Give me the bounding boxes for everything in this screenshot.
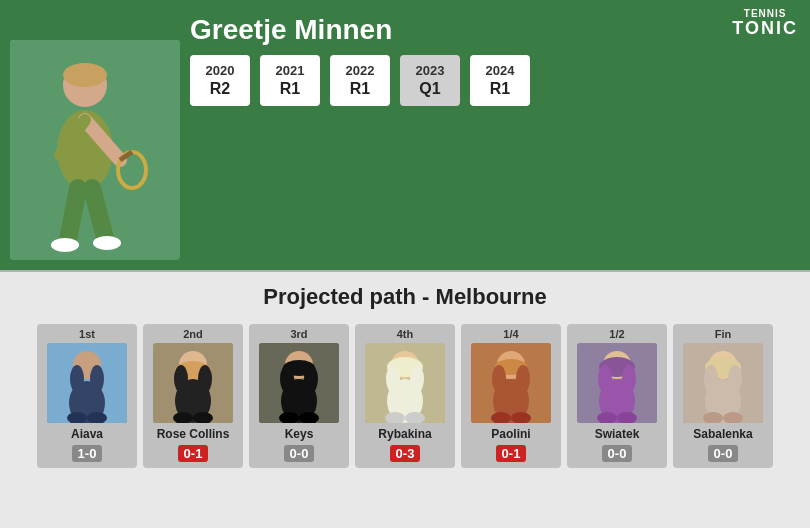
year-box-2024: 2024 R1 bbox=[470, 55, 530, 106]
card-round: 3rd bbox=[253, 328, 345, 340]
card-score: 0-1 bbox=[178, 445, 209, 462]
card-round: 1/2 bbox=[571, 328, 663, 340]
card-photo bbox=[577, 343, 657, 423]
card-photo bbox=[259, 343, 339, 423]
card-player-name: Swiatek bbox=[571, 427, 663, 441]
year-box-2023: 2023 Q1 bbox=[400, 55, 460, 106]
svg-line-10 bbox=[92, 188, 105, 238]
svg-point-56 bbox=[598, 365, 612, 393]
year-box-2022: 2022 R1 bbox=[330, 55, 390, 106]
card-score: 1-0 bbox=[72, 445, 103, 462]
year-label: 2024 bbox=[484, 63, 516, 78]
year-box-2020: 2020 R2 bbox=[190, 55, 250, 106]
svg-point-65 bbox=[728, 365, 742, 393]
svg-point-48 bbox=[492, 365, 506, 393]
player-photo bbox=[10, 40, 180, 260]
year-label: 2020 bbox=[204, 63, 236, 78]
card-score: 0-3 bbox=[390, 445, 421, 462]
player-card-aiava[interactable]: 1st Aiava 1-0 bbox=[37, 324, 137, 468]
year-boxes: 2020 R2 2021 R1 2022 R1 2023 Q1 2024 R1 bbox=[190, 55, 530, 106]
svg-point-12 bbox=[93, 236, 121, 250]
year-label: 2023 bbox=[414, 63, 446, 78]
card-round: 2nd bbox=[147, 328, 239, 340]
svg-point-64 bbox=[704, 365, 718, 393]
svg-line-9 bbox=[68, 188, 78, 240]
card-photo bbox=[683, 343, 763, 423]
year-box-2021: 2021 R1 bbox=[260, 55, 320, 106]
card-round: 4th bbox=[359, 328, 451, 340]
card-score: 0-1 bbox=[496, 445, 527, 462]
svg-point-33 bbox=[304, 365, 318, 393]
projected-path-title: Projected path - Melbourne bbox=[15, 284, 795, 310]
card-photo bbox=[365, 343, 445, 423]
card-player-name: Keys bbox=[253, 427, 345, 441]
bottom-section: Projected path - Melbourne 1st Aiava 1-0… bbox=[0, 272, 810, 528]
card-round: Fin bbox=[677, 328, 769, 340]
top-section: TENNIS TONIC bbox=[0, 0, 810, 270]
svg-point-16 bbox=[70, 365, 84, 393]
card-score: 0-0 bbox=[602, 445, 633, 462]
card-player-name: Paolini bbox=[465, 427, 557, 441]
card-player-name: Sabalenka bbox=[677, 427, 769, 441]
svg-point-25 bbox=[198, 365, 212, 393]
svg-point-40 bbox=[386, 365, 400, 393]
round-label: R2 bbox=[204, 80, 236, 98]
round-label: R1 bbox=[344, 80, 376, 98]
logo-tonic-text: TONIC bbox=[732, 19, 798, 37]
year-label: 2021 bbox=[274, 63, 306, 78]
round-label: Q1 bbox=[414, 80, 446, 98]
svg-point-41 bbox=[410, 365, 424, 393]
card-photo bbox=[153, 343, 233, 423]
player-card-swiatek[interactable]: 1/2 Swiatek 0-0 bbox=[567, 324, 667, 468]
svg-point-11 bbox=[51, 238, 79, 252]
card-player-name: Rose Collins bbox=[147, 427, 239, 441]
card-score: 0-0 bbox=[284, 445, 315, 462]
svg-point-17 bbox=[90, 365, 104, 393]
player-card-rose-collins[interactable]: 2nd Rose Collins 0-1 bbox=[143, 324, 243, 468]
player-card-sabalenka[interactable]: Fin Sabalenka 0-0 bbox=[673, 324, 773, 468]
player-name: Greetje Minnen bbox=[190, 14, 392, 46]
svg-point-24 bbox=[174, 365, 188, 393]
card-player-name: Rybakina bbox=[359, 427, 451, 441]
card-photo bbox=[471, 343, 551, 423]
card-player-name: Aiava bbox=[41, 427, 133, 441]
card-round: 1st bbox=[41, 328, 133, 340]
year-label: 2022 bbox=[344, 63, 376, 78]
card-round: 1/4 bbox=[465, 328, 557, 340]
logo: TENNIS TONIC bbox=[732, 8, 798, 37]
card-score: 0-0 bbox=[708, 445, 739, 462]
player-card-keys[interactable]: 3rd Keys 0-0 bbox=[249, 324, 349, 468]
card-photo bbox=[47, 343, 127, 423]
svg-point-49 bbox=[516, 365, 530, 393]
round-label: R1 bbox=[274, 80, 306, 98]
svg-point-32 bbox=[280, 365, 294, 393]
players-row: 1st Aiava 1-0 2nd bbox=[15, 324, 795, 468]
round-label: R1 bbox=[484, 80, 516, 98]
player-card-paolini[interactable]: 1/4 Paolini 0-1 bbox=[461, 324, 561, 468]
svg-point-3 bbox=[63, 63, 107, 87]
player-card-rybakina[interactable]: 4th Rybakina 0-3 bbox=[355, 324, 455, 468]
svg-point-57 bbox=[622, 365, 636, 393]
